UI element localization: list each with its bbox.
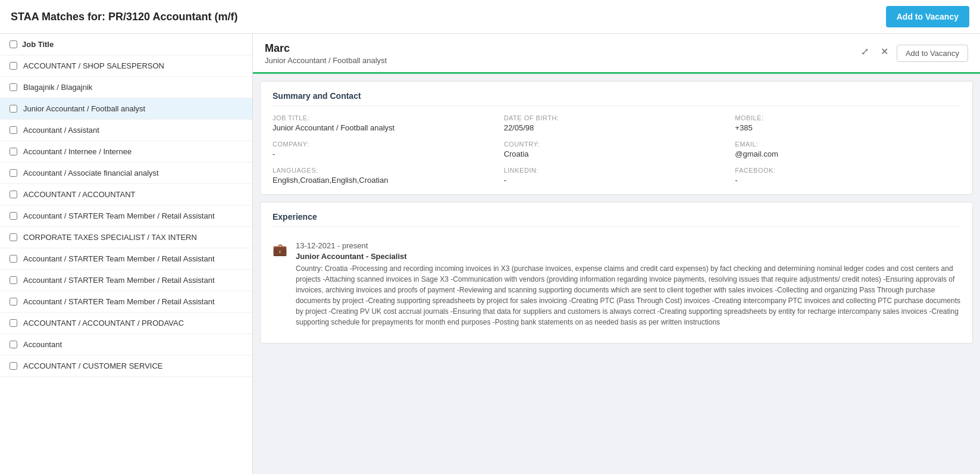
- list-item-label: Accountant: [23, 340, 62, 349]
- list-item[interactable]: CORPORATE TAXES SPECIALIST / TAX INTERN: [0, 227, 252, 248]
- company-cell: COMPANY: -: [273, 141, 498, 158]
- exp-content: 13-12-2021 - presentJunior Accountant - …: [296, 241, 960, 328]
- list-item-label: ACCOUNTANT / CUSTOMER SERVICE: [23, 361, 163, 370]
- email-cell: EMAIL: @gmail.com: [735, 141, 960, 158]
- list-item-checkbox[interactable]: [10, 62, 17, 70]
- exp-dates: 13-12-2021 - present: [296, 241, 960, 250]
- list-item-label: Accountant / Assistant: [23, 126, 99, 135]
- list-item-checkbox[interactable]: [10, 298, 17, 305]
- add-vacancy-small-button[interactable]: Add to Vacancy: [897, 45, 968, 62]
- experience-list: 💼13-12-2021 - presentJunior Accountant -…: [273, 235, 960, 333]
- experience-section-title: Experience: [273, 212, 960, 227]
- main-layout: Job Title ACCOUNTANT / SHOP SALESPERSONB…: [0, 34, 980, 474]
- experience-card: Experience 💼13-12-2021 - presentJunior A…: [260, 202, 973, 344]
- list-item-checkbox[interactable]: [10, 341, 17, 348]
- add-vacancy-top-button[interactable]: Add to Vacancy: [886, 6, 969, 27]
- top-bar: STAA Matches for: PR/3120 Accountant (m/…: [0, 0, 980, 34]
- company-label: COMPANY:: [273, 141, 498, 148]
- list-item-label: ACCOUNTANT / ACCOUNTANT / PRODAVAC: [23, 319, 184, 328]
- list-item-label: CORPORATE TAXES SPECIALIST / TAX INTERN: [23, 233, 197, 242]
- list-item-checkbox[interactable]: [10, 362, 17, 370]
- country-cell: COUNTRY: Croatia: [504, 141, 729, 158]
- list-item-label: ACCOUNTANT / SHOP SALESPERSON: [23, 61, 164, 70]
- list-item-label: Accountant / STARTER Team Member / Retai…: [23, 211, 215, 220]
- select-all-checkbox[interactable]: [10, 40, 17, 48]
- list-item-checkbox[interactable]: [10, 126, 17, 134]
- page-title: STAA Matches for: PR/3120 Accountant (m/…: [11, 11, 237, 23]
- linkedin-label: LINKEDIN:: [504, 167, 729, 174]
- list-item[interactable]: Junior Accountant / Football analyst: [0, 98, 252, 120]
- dob-value: 22/05/98: [504, 123, 729, 132]
- candidate-header-actions: ⤢ ✕ Add to Vacancy: [857, 42, 968, 62]
- candidate-job-title: Junior Accountant / Football analyst: [265, 56, 387, 72]
- list-item[interactable]: Accountant / STARTER Team Member / Retai…: [0, 248, 252, 270]
- list-item[interactable]: Accountant / Assistant: [0, 120, 252, 141]
- list-item-label: Accountant / STARTER Team Member / Retai…: [23, 254, 215, 263]
- briefcase-icon: 💼: [273, 242, 287, 328]
- job-title-cell: JOB TITLE: Junior Accountant / Football …: [273, 114, 498, 132]
- list-item-checkbox[interactable]: [10, 319, 17, 327]
- candidates-list: ACCOUNTANT / SHOP SALESPERSONBlagajnik /…: [0, 55, 252, 377]
- list-item-label: Accountant / Associate financial analyst: [23, 169, 159, 177]
- list-item-checkbox[interactable]: [10, 105, 17, 113]
- list-item[interactable]: Blagajnik / Blagajnik: [0, 77, 252, 98]
- list-item[interactable]: Accountant: [0, 334, 252, 356]
- facebook-cell: FACEBOOK: -: [735, 167, 960, 185]
- list-item[interactable]: Accountant / STARTER Team Member / Retai…: [0, 291, 252, 313]
- job-title-value: Junior Accountant / Football analyst: [273, 123, 498, 132]
- list-item[interactable]: Accountant / Associate financial analyst: [0, 163, 252, 184]
- list-item-label: Junior Accountant / Football analyst: [23, 104, 145, 113]
- candidate-header: Marc Junior Accountant / Football analys…: [253, 34, 980, 74]
- mobile-label: MOBILE:: [735, 114, 960, 121]
- mobile-value: +385: [735, 123, 960, 132]
- list-item[interactable]: ACCOUNTANT / CUSTOMER SERVICE: [0, 356, 252, 377]
- dob-cell: DATE OF BIRTH: 22/05/98: [504, 114, 729, 132]
- list-item-checkbox[interactable]: [10, 212, 17, 220]
- job-title-column-header: Job Title: [22, 40, 54, 49]
- list-item[interactable]: Accountant / STARTER Team Member / Retai…: [0, 270, 252, 291]
- country-value: Croatia: [504, 149, 729, 158]
- job-title-label: JOB TITLE:: [273, 114, 498, 121]
- summary-section-title: Summary and Contact: [273, 91, 960, 106]
- list-item-checkbox[interactable]: [10, 191, 17, 198]
- exp-title: Junior Accountant - Specialist: [296, 252, 960, 261]
- left-panel-header: Job Title: [0, 34, 252, 55]
- linkedin-value: -: [504, 176, 729, 185]
- list-item-checkbox[interactable]: [10, 276, 17, 284]
- languages-value: English,Croatian,English,Croatian: [273, 176, 498, 185]
- list-item-checkbox[interactable]: [10, 169, 17, 177]
- summary-card: Summary and Contact JOB TITLE: Junior Ac…: [260, 81, 973, 195]
- company-value: -: [273, 149, 498, 158]
- expand-icon-button[interactable]: ⤢: [857, 45, 872, 58]
- email-label: EMAIL:: [735, 141, 960, 148]
- email-value: @gmail.com: [735, 149, 960, 158]
- list-item[interactable]: ACCOUNTANT / ACCOUNTANT: [0, 184, 252, 205]
- languages-label: LANGUAGES:: [273, 167, 498, 174]
- country-label: COUNTRY:: [504, 141, 729, 148]
- list-item[interactable]: Accountant / STARTER Team Member / Retai…: [0, 205, 252, 227]
- exp-description: Country: Croatia -Processing and recordi…: [296, 263, 960, 328]
- facebook-value: -: [735, 176, 960, 185]
- close-icon-button[interactable]: ✕: [877, 45, 892, 58]
- list-item-label: Blagajnik / Blagajnik: [23, 83, 92, 92]
- list-item-label: Accountant / Internee / Internee: [23, 147, 131, 156]
- dob-label: DATE OF BIRTH:: [504, 114, 729, 121]
- summary-info-grid: JOB TITLE: Junior Accountant / Football …: [273, 114, 960, 185]
- list-item-label: Accountant / STARTER Team Member / Retai…: [23, 297, 215, 306]
- list-item-label: ACCOUNTANT / ACCOUNTANT: [23, 190, 136, 199]
- list-item-checkbox[interactable]: [10, 83, 17, 91]
- facebook-label: FACEBOOK:: [735, 167, 960, 174]
- candidate-info: Marc Junior Accountant / Football analys…: [265, 42, 387, 72]
- list-item[interactable]: ACCOUNTANT / ACCOUNTANT / PRODAVAC: [0, 313, 252, 334]
- right-panel: Marc Junior Accountant / Football analys…: [253, 34, 980, 474]
- list-item-label: Accountant / STARTER Team Member / Retai…: [23, 276, 215, 285]
- mobile-cell: MOBILE: +385: [735, 114, 960, 132]
- candidate-name: Marc: [265, 42, 387, 55]
- list-item[interactable]: ACCOUNTANT / SHOP SALESPERSON: [0, 55, 252, 77]
- list-item-checkbox[interactable]: [10, 233, 17, 241]
- languages-cell: LANGUAGES: English,Croatian,English,Croa…: [273, 167, 498, 185]
- list-item-checkbox[interactable]: [10, 255, 17, 263]
- list-item[interactable]: Accountant / Internee / Internee: [0, 141, 252, 163]
- left-panel: Job Title ACCOUNTANT / SHOP SALESPERSONB…: [0, 34, 253, 474]
- list-item-checkbox[interactable]: [10, 148, 17, 155]
